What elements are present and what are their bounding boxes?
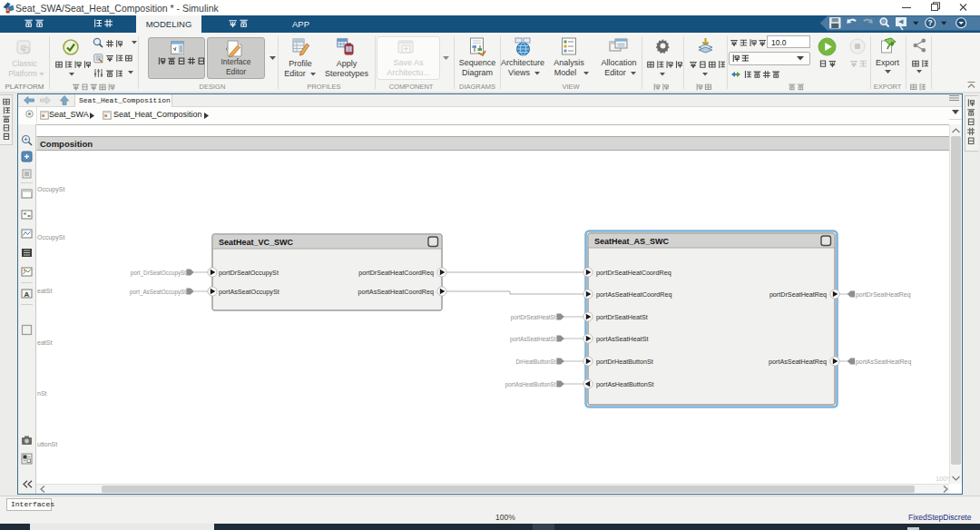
svg-text:OccupySt: OccupySt [37, 186, 64, 193]
svg-text:Composition: Composition [40, 139, 93, 149]
svg-text:portDrSeatHeatReq: portDrSeatHeatReq [856, 291, 911, 299]
svg-text:port_DrSeatOccupySt: port_DrSeatOccupySt [131, 270, 186, 277]
svg-text:portAsSeatHeatReq: portAsSeatHeatReq [769, 358, 827, 366]
svg-text:portAsHeatButtonSt: portAsHeatButtonSt [596, 380, 654, 388]
svg-text:SeatHeat_VC_SWC: SeatHeat_VC_SWC [219, 238, 294, 247]
svg-text:portDrHeatButtonSt: portDrHeatButtonSt [596, 358, 653, 366]
svg-text:uttonSt: uttonSt [37, 441, 57, 447]
svg-text:portDrSeatHeatCoordReq: portDrSeatHeatCoordReq [358, 269, 434, 277]
svg-text:portDrSeatHeatCoordReq: portDrSeatHeatCoordReq [596, 269, 671, 277]
svg-text:portAsSeatOccupySt: portAsSeatOccupySt [219, 288, 279, 296]
svg-text:eatSt: eatSt [37, 288, 52, 294]
svg-text:portAsSeatHeatCoordReq: portAsSeatHeatCoordReq [358, 288, 434, 296]
svg-text:portAsSeatHeatSt: portAsSeatHeatSt [510, 336, 556, 343]
svg-text:portDrSeatOccupySt: portDrSeatOccupySt [219, 269, 279, 277]
svg-text:SeatHeat_AS_SWC: SeatHeat_AS_SWC [594, 237, 670, 246]
svg-text:eatSt: eatSt [37, 339, 52, 346]
svg-text:nSt: nSt [37, 390, 47, 397]
svg-text:portDrSeatHeatSt: portDrSeatHeatSt [596, 313, 648, 321]
svg-text:portDrSeatHeatReq: portDrSeatHeatReq [769, 290, 827, 299]
svg-text:OccupySt: OccupySt [37, 234, 64, 241]
svg-text:portAsSeatHeatSt: portAsSeatHeatSt [596, 335, 649, 343]
svg-text:portAsHeatButtonSt: portAsHeatButtonSt [505, 381, 556, 388]
svg-text:DrHeatButtonSt: DrHeatButtonSt [515, 358, 555, 365]
svg-text:port_AsSeatOccupySt: port_AsSeatOccupySt [130, 289, 186, 296]
svg-text:portDrSeatHeatSt: portDrSeatHeatSt [511, 314, 556, 321]
svg-text:portAsSeatHeatReq: portAsSeatHeatReq [856, 358, 911, 366]
svg-text:portAsSeatHeatCoordReq: portAsSeatHeatCoordReq [596, 290, 672, 299]
